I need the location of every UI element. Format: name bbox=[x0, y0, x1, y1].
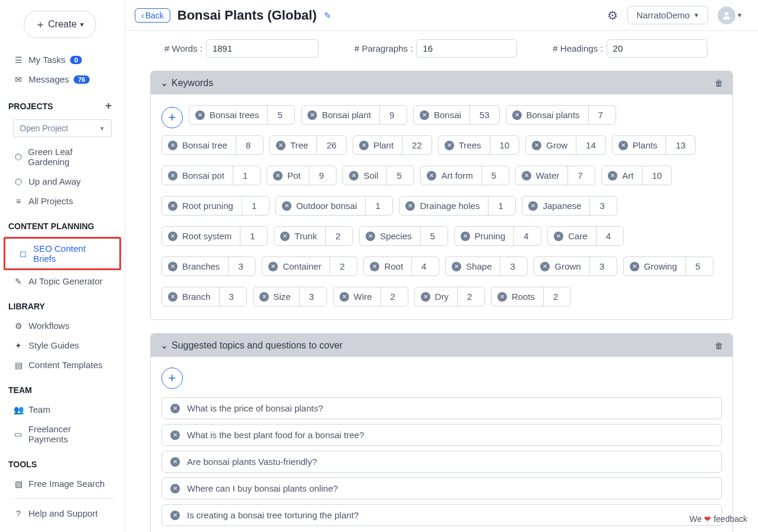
remove-keyword-button[interactable]: ✕ bbox=[630, 262, 639, 271]
keyword-count[interactable]: 4 bbox=[513, 227, 541, 245]
remove-keyword-button[interactable]: ✕ bbox=[307, 110, 317, 120]
remove-keyword-button[interactable]: ✕ bbox=[522, 171, 531, 180]
keyword-count[interactable]: 3 bbox=[228, 257, 255, 276]
keyword-count[interactable]: 10 bbox=[642, 166, 671, 185]
sidebar-item-style-guides[interactable]: ✦ Style Guides bbox=[0, 335, 125, 355]
remove-keyword-button[interactable]: ✕ bbox=[168, 232, 177, 241]
sidebar-item-messages[interactable]: ✉ Messages 76 bbox=[0, 69, 125, 89]
delete-questions-button[interactable]: 🗑 bbox=[715, 341, 723, 350]
feedback-widget[interactable]: We ❤ feedback bbox=[689, 514, 747, 524]
keyword-count[interactable]: 1 bbox=[240, 227, 267, 245]
headings-input[interactable] bbox=[607, 39, 708, 58]
keyword-count[interactable]: 1 bbox=[488, 197, 515, 215]
remove-keyword-button[interactable]: ✕ bbox=[528, 201, 538, 211]
remove-keyword-button[interactable]: ✕ bbox=[276, 141, 286, 150]
question-item[interactable]: ✕Where can I buy bonsai plants online? bbox=[161, 477, 722, 499]
keyword-count[interactable]: 3 bbox=[219, 287, 246, 306]
keyword-count[interactable]: 9 bbox=[379, 106, 407, 124]
remove-keyword-button[interactable]: ✕ bbox=[445, 141, 454, 150]
remove-keyword-button[interactable]: ✕ bbox=[427, 171, 436, 180]
sidebar-item-team[interactable]: 👥 Team bbox=[0, 400, 125, 419]
remove-keyword-button[interactable]: ✕ bbox=[259, 292, 269, 302]
sidebar-item-content-templates[interactable]: ▤ Content Templates bbox=[0, 355, 125, 375]
remove-keyword-button[interactable]: ✕ bbox=[168, 292, 177, 302]
paragraphs-input[interactable] bbox=[416, 39, 517, 58]
back-button[interactable]: ‹ Back bbox=[135, 8, 170, 23]
keyword-count[interactable]: 4 bbox=[596, 227, 623, 245]
keyword-count[interactable]: 2 bbox=[543, 287, 570, 306]
remove-question-button[interactable]: ✕ bbox=[170, 430, 180, 440]
remove-keyword-button[interactable]: ✕ bbox=[405, 201, 415, 211]
keyword-count[interactable]: 2 bbox=[325, 227, 353, 245]
remove-question-button[interactable]: ✕ bbox=[170, 484, 180, 493]
remove-keyword-button[interactable]: ✕ bbox=[168, 141, 177, 150]
sidebar-item-all-projects[interactable]: ≡ All Projects bbox=[0, 191, 125, 211]
sidebar-item-help-support[interactable]: ? Help and Support bbox=[0, 504, 125, 523]
keyword-count[interactable]: 3 bbox=[500, 257, 527, 276]
settings-icon[interactable]: ⚙ bbox=[607, 8, 618, 23]
add-project-button[interactable]: + bbox=[105, 100, 112, 112]
sidebar-item-ai-topic[interactable]: ✎ AI Topic Generator bbox=[0, 271, 125, 291]
sidebar-item-free-image-search[interactable]: ▧ Free Image Search bbox=[0, 474, 125, 493]
sidebar-item-seo-briefs[interactable]: ◻ SEO Content Briefs bbox=[5, 239, 119, 268]
keyword-count[interactable]: 26 bbox=[316, 136, 346, 154]
remove-question-button[interactable]: ✕ bbox=[170, 511, 180, 520]
keyword-count[interactable]: 3 bbox=[589, 257, 617, 276]
remove-keyword-button[interactable]: ✕ bbox=[366, 232, 375, 241]
sidebar-item-workflows[interactable]: ⚙ Workflows bbox=[0, 316, 125, 335]
keyword-count[interactable]: 1 bbox=[233, 166, 260, 185]
keyword-count[interactable]: 2 bbox=[457, 287, 484, 306]
keyword-count[interactable]: 5 bbox=[386, 166, 414, 185]
keyword-count[interactable]: 10 bbox=[490, 136, 519, 154]
edit-icon[interactable]: ✎ bbox=[324, 11, 331, 20]
remove-keyword-button[interactable]: ✕ bbox=[168, 262, 177, 271]
keyword-count[interactable]: 2 bbox=[380, 287, 408, 306]
keyword-count[interactable]: 14 bbox=[576, 136, 605, 154]
keyword-count[interactable]: 2 bbox=[329, 257, 357, 276]
remove-keyword-button[interactable]: ✕ bbox=[340, 292, 349, 302]
sidebar-item-my-tasks[interactable]: ☰ My Tasks 0 bbox=[0, 50, 125, 69]
words-input[interactable] bbox=[206, 39, 319, 58]
keyword-count[interactable]: 3 bbox=[299, 287, 326, 306]
workspace-dropdown[interactable]: NarratoDemo ▼ bbox=[627, 6, 708, 24]
keyword-count[interactable]: 53 bbox=[470, 106, 499, 124]
open-project-select[interactable]: Open Project ▼ bbox=[13, 119, 112, 137]
sidebar-item-freelancer-payments[interactable]: ▭ Freelancer Payments bbox=[0, 419, 125, 449]
user-avatar[interactable] bbox=[718, 7, 735, 24]
keyword-count[interactable]: 1 bbox=[242, 197, 269, 215]
sidebar-item-project-2[interactable]: ⬡ Up and Away bbox=[0, 172, 125, 191]
question-item[interactable]: ✕Is creating a bonsai tree torturing the… bbox=[161, 504, 722, 526]
remove-keyword-button[interactable]: ✕ bbox=[273, 171, 283, 180]
remove-keyword-button[interactable]: ✕ bbox=[512, 110, 522, 120]
remove-question-button[interactable]: ✕ bbox=[170, 457, 180, 467]
question-item[interactable]: ✕What is the price of bonsai plants? bbox=[161, 397, 722, 419]
remove-keyword-button[interactable]: ✕ bbox=[370, 262, 379, 271]
keywords-panel-head[interactable]: ⌄ Keywords 🗑 bbox=[151, 71, 732, 94]
remove-keyword-button[interactable]: ✕ bbox=[619, 141, 628, 150]
keyword-count[interactable]: 4 bbox=[411, 257, 439, 276]
delete-keywords-button[interactable]: 🗑 bbox=[715, 78, 723, 88]
remove-keyword-button[interactable]: ✕ bbox=[359, 141, 369, 150]
remove-keyword-button[interactable]: ✕ bbox=[280, 232, 290, 241]
remove-keyword-button[interactable]: ✕ bbox=[282, 201, 291, 211]
add-question-button[interactable]: + bbox=[161, 368, 183, 389]
keyword-count[interactable]: 5 bbox=[267, 106, 294, 124]
question-item[interactable]: ✕What is the best plant food for a bonsa… bbox=[161, 424, 722, 446]
create-button[interactable]: ＋ Create ▼ bbox=[24, 11, 96, 38]
keyword-count[interactable]: 5 bbox=[686, 257, 713, 276]
keyword-count[interactable]: 7 bbox=[588, 106, 616, 124]
remove-keyword-button[interactable]: ✕ bbox=[452, 262, 461, 271]
remove-keyword-button[interactable]: ✕ bbox=[168, 201, 177, 211]
question-item[interactable]: ✕Are bonsai plants Vastu-friendly? bbox=[161, 451, 722, 473]
remove-keyword-button[interactable]: ✕ bbox=[168, 171, 177, 180]
keyword-count[interactable]: 5 bbox=[481, 166, 509, 185]
remove-keyword-button[interactable]: ✕ bbox=[608, 171, 617, 180]
keyword-count[interactable]: 8 bbox=[236, 136, 263, 154]
remove-keyword-button[interactable]: ✕ bbox=[195, 110, 205, 120]
remove-keyword-button[interactable]: ✕ bbox=[268, 262, 278, 271]
remove-question-button[interactable]: ✕ bbox=[170, 404, 180, 413]
keyword-count[interactable]: 5 bbox=[420, 227, 448, 245]
add-keyword-button[interactable]: + bbox=[161, 107, 183, 128]
remove-keyword-button[interactable]: ✕ bbox=[540, 262, 550, 271]
keyword-count[interactable]: 1 bbox=[365, 197, 392, 215]
